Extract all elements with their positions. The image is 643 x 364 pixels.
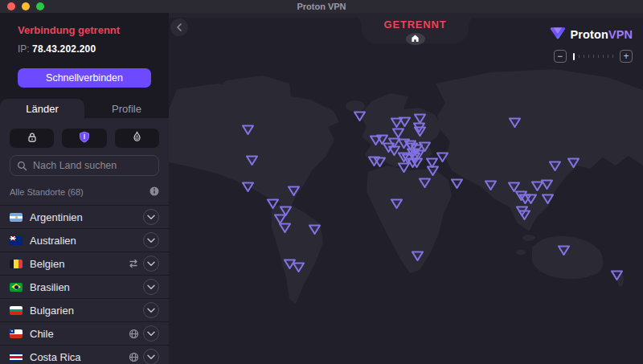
country-list: Argentinien Australien Belgien B [0, 206, 169, 364]
close-window-button[interactable] [7, 2, 15, 10]
country-name: Belgien [30, 258, 121, 270]
server-pin[interactable] [240, 180, 256, 194]
zoom-out-button[interactable]: − [554, 50, 567, 63]
server-pin[interactable] [307, 223, 322, 236]
tor-onion-icon [132, 131, 142, 145]
expand-country-button[interactable] [143, 349, 159, 364]
country-row[interactable]: Australien [0, 229, 169, 252]
country-flag [10, 329, 23, 338]
expand-country-button[interactable] [143, 209, 159, 225]
expand-country-button[interactable] [143, 302, 159, 318]
server-pin[interactable] [517, 208, 532, 222]
server-pin[interactable] [540, 192, 555, 206]
server-pin[interactable] [539, 178, 555, 191]
server-pin[interactable] [410, 249, 425, 263]
zoom-tick [603, 55, 604, 58]
server-pin[interactable] [547, 159, 563, 173]
connection-card: Verbindung getrennt IP: 78.43.202.200 Sc… [0, 13, 169, 99]
zoom-tick [593, 55, 595, 58]
connection-status-header: GETRENNT [362, 13, 469, 43]
server-pin[interactable] [244, 153, 260, 167]
sidebar: Verbindung getrennt IP: 78.43.202.200 Sc… [0, 13, 169, 364]
search-container [10, 155, 159, 176]
server-pin[interactable] [417, 176, 432, 190]
server-filters [0, 118, 169, 148]
secure-core-filter-button[interactable] [10, 129, 54, 148]
server-pin[interactable] [291, 260, 306, 274]
tor-filter-button[interactable] [115, 129, 159, 148]
world-map[interactable]: GETRENNT ProtonVPN − [169, 13, 643, 364]
expand-country-button[interactable] [143, 256, 159, 272]
country-row[interactable]: Brasilien [0, 276, 169, 299]
countries-panel: Alle Standorte (68) Argentinien Australi… [0, 118, 169, 364]
zoom-tick [588, 55, 590, 58]
country-flag [10, 283, 23, 292]
zoom-slider-handle[interactable] [573, 53, 575, 60]
country-name: Argentinien [30, 211, 136, 223]
all-locations-label: Alle Standorte (68) [10, 187, 84, 197]
zoom-tick [612, 55, 614, 58]
server-pin[interactable] [352, 109, 367, 123]
minimize-window-button[interactable] [22, 2, 30, 10]
server-pin[interactable] [507, 116, 522, 129]
server-pin[interactable] [483, 178, 498, 192]
zoom-tick [584, 55, 585, 58]
smart-routing-globe-icon [129, 352, 139, 362]
zoom-tick [598, 55, 600, 58]
server-pin[interactable] [372, 155, 387, 169]
expand-country-button[interactable] [143, 232, 159, 248]
smart-routing-globe-icon [129, 329, 139, 339]
country-row[interactable]: Chile [0, 322, 169, 346]
protonvpn-logo-icon [550, 26, 566, 43]
country-flag [10, 260, 23, 268]
quick-connect-button[interactable]: Schnellverbinden [18, 68, 151, 88]
home-button[interactable] [406, 33, 425, 45]
country-flag [10, 353, 23, 362]
window-title: Proton VPN [0, 2, 643, 11]
zoom-window-button[interactable] [36, 2, 44, 10]
expand-country-button[interactable] [143, 279, 159, 295]
zoom-slider[interactable] [573, 53, 614, 60]
home-icon [411, 33, 420, 45]
expand-country-button[interactable] [143, 325, 159, 342]
sidebar-tabs: Länder Profile [0, 99, 169, 118]
server-pin[interactable] [240, 123, 256, 137]
ip-label: IP: [18, 43, 30, 55]
server-pin[interactable] [556, 243, 571, 257]
section-header: Alle Standorte (68) [0, 176, 169, 206]
country-row[interactable]: Costa Rica [0, 346, 169, 364]
server-pin[interactable] [286, 184, 301, 198]
secure-core-lock-icon [27, 132, 38, 145]
info-icon[interactable] [149, 185, 159, 199]
zoom-tick [608, 55, 609, 58]
country-flag [10, 213, 23, 222]
map-status-label: GETRENNT [384, 18, 447, 31]
server-pin[interactable] [609, 268, 625, 282]
ip-address: IP: 78.43.202.200 [18, 43, 151, 55]
server-pin[interactable] [396, 161, 412, 174]
brand-logo: ProtonVPN [550, 26, 633, 43]
server-pin[interactable] [449, 177, 465, 190]
country-name: Costa Rica [30, 351, 121, 363]
country-row[interactable]: Bulgarien [0, 299, 169, 322]
macos-titlebar: Proton VPN [0, 0, 643, 13]
zoom-in-button[interactable]: + [620, 50, 633, 63]
collapse-sidebar-button[interactable] [170, 18, 188, 36]
server-pin[interactable] [277, 221, 293, 235]
tab-profiles[interactable]: Profile [84, 99, 169, 118]
tab-countries[interactable]: Länder [0, 99, 84, 118]
shield-icon [79, 131, 90, 145]
country-row[interactable]: Belgien [0, 252, 169, 276]
country-name: Chile [30, 328, 121, 340]
country-row[interactable]: Argentinien [0, 206, 169, 229]
server-pin[interactable] [389, 197, 404, 211]
server-pin[interactable] [412, 125, 428, 138]
netshield-filter-button[interactable] [62, 129, 106, 148]
country-flag [10, 236, 23, 245]
server-pin[interactable] [435, 150, 450, 164]
server-pin[interactable] [566, 156, 581, 170]
zoom-tick [579, 55, 580, 58]
country-name: Brasilien [30, 281, 136, 293]
search-country-input[interactable] [10, 155, 159, 176]
country-name: Bulgarien [30, 305, 136, 317]
